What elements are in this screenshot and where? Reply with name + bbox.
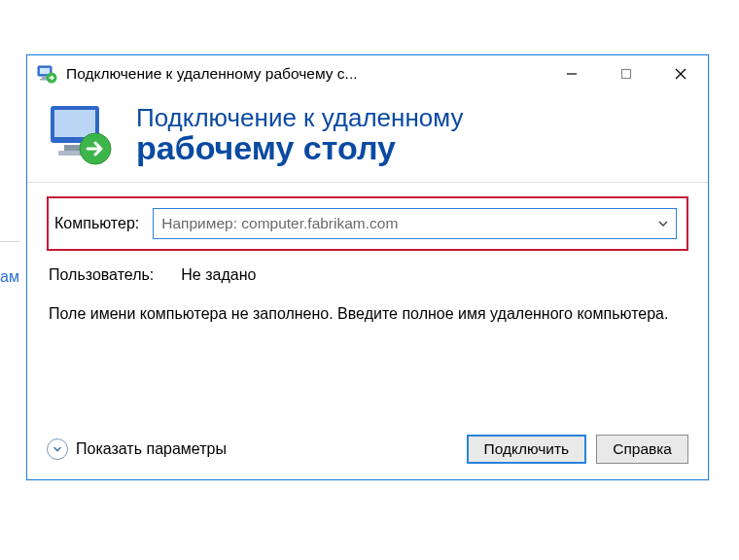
window-controls (545, 55, 708, 92)
connect-button-label: Подключить (484, 440, 570, 458)
background-peek-text: ам (0, 268, 19, 286)
dialog-body: Компьютер: Пользователь: Не задано Поле … (27, 183, 708, 325)
user-value: Не задано (181, 266, 256, 284)
user-row: Пользователь: Не задано (49, 266, 688, 284)
banner-title-line2: рабочему столу (136, 131, 463, 164)
user-label: Пользователь: (49, 266, 154, 284)
computer-input[interactable] (154, 209, 651, 238)
chevron-down-icon[interactable] (651, 209, 676, 238)
show-options-label: Показать параметры (76, 440, 227, 458)
svg-rect-10 (54, 110, 95, 137)
help-button[interactable]: Справка (596, 435, 688, 464)
svg-rect-6 (622, 70, 631, 79)
dialog-footer: Показать параметры Подключить Справка (27, 423, 708, 479)
rdp-monitor-icon (47, 100, 115, 168)
rdp-app-icon (37, 63, 58, 85)
info-message: Поле имени компьютера не заполнено. Введ… (49, 303, 686, 325)
computer-row-highlight: Компьютер: (47, 196, 688, 251)
computer-label: Компьютер: (54, 215, 139, 232)
show-options-toggle[interactable]: Показать параметры (47, 438, 227, 460)
background-divider (0, 241, 19, 244)
svg-rect-1 (40, 68, 50, 74)
chevron-down-circle-icon (47, 438, 68, 460)
titlebar: Подключение к удаленному рабочему с... (27, 55, 708, 92)
computer-combobox[interactable] (153, 208, 677, 239)
connect-button[interactable]: Подключить (467, 435, 587, 464)
close-button[interactable] (653, 55, 708, 92)
header-banner: Подключение к удаленному рабочему столу (27, 92, 708, 183)
banner-title-line1: Подключение к удаленному (136, 104, 463, 132)
maximize-button[interactable] (599, 55, 653, 92)
help-button-label: Справка (613, 440, 672, 458)
window-title: Подключение к удаленному рабочему с... (66, 65, 545, 83)
rdp-dialog-window: Подключение к удаленному рабочему с... (26, 54, 709, 480)
minimize-button[interactable] (545, 55, 599, 92)
